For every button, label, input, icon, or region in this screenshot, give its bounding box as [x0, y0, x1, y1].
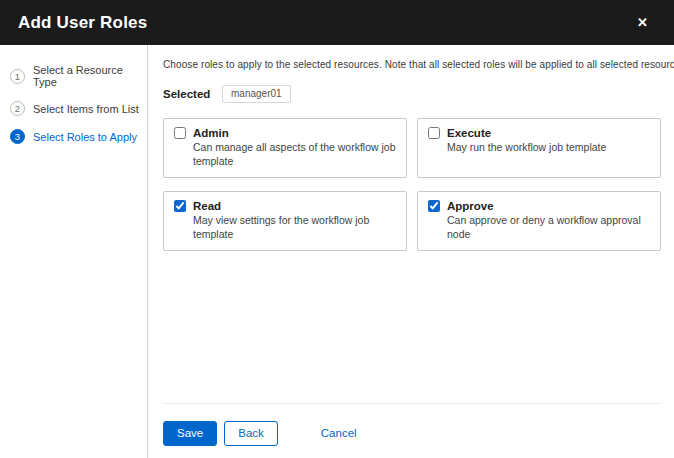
role-text: Read May view settings for the workflow … [193, 199, 396, 242]
modal-header: Add User Roles ✕ [0, 0, 674, 45]
step-label: Select Items from List [33, 103, 139, 115]
step-label: Select a Resource Type [33, 64, 139, 88]
step-label: Select Roles to Apply [33, 131, 137, 143]
step-number-badge: 1 [10, 69, 25, 84]
role-title: Execute [447, 126, 606, 140]
role-text: Execute May run the workflow job templat… [447, 126, 606, 155]
role-text: Approve Can approve or deny a workflow a… [447, 199, 650, 242]
cancel-button[interactable]: Cancel [317, 422, 361, 446]
step-number-badge: 3 [10, 129, 25, 144]
admin-role-checkbox[interactable] [174, 127, 186, 139]
close-icon[interactable]: ✕ [631, 12, 654, 33]
role-card-read: Read May view settings for the workflow … [163, 191, 407, 251]
read-role-checkbox[interactable] [174, 200, 186, 212]
role-card-approve: Approve Can approve or deny a workflow a… [417, 191, 661, 251]
selected-label: Selected [163, 88, 222, 100]
role-card-execute: Execute May run the workflow job templat… [417, 118, 661, 178]
wizard-step-select-roles[interactable]: 3 Select Roles to Apply [10, 129, 139, 144]
role-description: Can manage all aspects of the workflow j… [193, 141, 396, 169]
modal-title: Add User Roles [18, 13, 147, 33]
selected-resources-row: Selected manager01 [163, 85, 661, 103]
selected-resource-chip: manager01 [222, 85, 291, 103]
modal-body: 1 Select a Resource Type 2 Select Items … [0, 45, 674, 458]
role-title: Read [193, 199, 396, 213]
role-title: Approve [447, 199, 650, 213]
add-user-roles-modal: Add User Roles ✕ 1 Select a Resource Typ… [0, 0, 674, 458]
execute-role-checkbox[interactable] [428, 127, 440, 139]
roles-step-description: Choose roles to apply to the selected re… [163, 59, 661, 70]
role-text: Admin Can manage all aspects of the work… [193, 126, 396, 169]
wizard-step-sidebar: 1 Select a Resource Type 2 Select Items … [0, 45, 148, 458]
role-description: May run the workflow job template [447, 141, 606, 155]
modal-footer: Save Back Cancel [163, 403, 661, 447]
role-card-admin: Admin Can manage all aspects of the work… [163, 118, 407, 178]
role-title: Admin [193, 126, 396, 140]
save-button[interactable]: Save [163, 421, 217, 447]
role-description: Can approve or deny a workflow approval … [447, 214, 650, 242]
wizard-step-select-resource-type[interactable]: 1 Select a Resource Type [10, 64, 139, 88]
back-button[interactable]: Back [224, 421, 278, 447]
approve-role-checkbox[interactable] [428, 200, 440, 212]
spacer [163, 251, 661, 402]
wizard-content-pane: Choose roles to apply to the selected re… [148, 45, 674, 458]
step-number-badge: 2 [10, 101, 25, 116]
roles-grid: Admin Can manage all aspects of the work… [163, 118, 661, 251]
role-description: May view settings for the workflow job t… [193, 214, 396, 242]
wizard-step-select-items[interactable]: 2 Select Items from List [10, 101, 139, 116]
